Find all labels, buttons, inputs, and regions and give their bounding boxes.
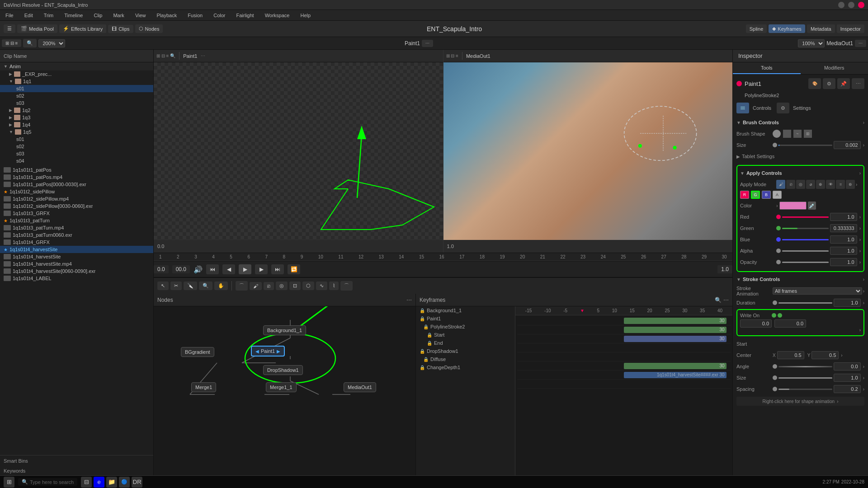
s02-item[interactable]: s02 [0,92,153,99]
clip-grfx[interactable]: 1q1s01t3_GRFX [0,210,153,217]
node-settings-btn[interactable]: ⚙ [823,78,835,89]
select-tool[interactable]: ↖ [157,282,169,290]
clip-harvestSite[interactable]: 1q1s01t4_harvestSite [0,253,153,260]
menu-fairlight[interactable]: Fairlight [234,12,257,19]
angle-dot[interactable] [773,364,777,369]
alpha-dot[interactable] [776,249,781,253]
menu-timeline[interactable]: Timeline [61,12,85,19]
settings-icon-btn[interactable]: ⚙ [777,103,789,113]
alpha-arrow[interactable]: › [859,249,861,253]
apply-mode-arrow[interactable]: › [856,182,857,187]
exr-prec-item[interactable]: ▶ _EXR_prec... [0,70,153,78]
brush-shape-square[interactable] [783,130,791,138]
modifiers-tab[interactable]: Modifiers [801,62,868,74]
write-on-input2[interactable]: 0.0 [774,319,806,328]
1q5-s01[interactable]: s01 [0,136,153,143]
step-forward-btn[interactable]: ▶ [255,264,268,274]
kf-zoom-btn[interactable]: 🔍 [715,297,722,303]
blue-slider[interactable] [782,239,829,240]
spacing-input[interactable]: 0.2 [834,385,861,393]
explorer-btn[interactable]: 📁 [106,477,117,488]
apply-controls-header[interactable]: ▼ Apply Controls › [740,169,861,178]
hand-tool[interactable]: ✋ [214,282,228,290]
clip-sidePillow-exr[interactable]: 1q1s01t2_sidePillow[0030-0060].exr [0,202,153,210]
stroke-expand[interactable]: › [863,277,864,282]
duration-input[interactable]: 1.0 [834,299,861,307]
polyline-tool[interactable]: ⌒ [340,281,353,291]
1q1-item[interactable]: ▼ 1q1 [0,78,153,85]
kf-dropshadow[interactable]: 🔒 DropShadow1 [416,347,515,355]
menu-trim[interactable]: Trim [41,12,57,19]
clip-label[interactable]: 1q1s01t4_LABEL [0,275,153,282]
stroke-anim-arrow[interactable]: › [863,289,864,294]
1q3-item[interactable]: ▶ 1q3 [0,114,153,121]
duration-dot[interactable] [773,300,777,305]
node-more-btn[interactable]: ⋯ [852,78,864,89]
nodes-btn[interactable]: ⬡ Nodes [135,24,163,33]
inspector-btn[interactable]: Inspector [837,24,864,33]
clips-btn[interactable]: 🎞 Clips [108,25,133,33]
loop-btn[interactable]: 🔁 [288,264,300,274]
chrome-btn[interactable]: 🔵 [119,477,130,488]
clip-sidePillow-mp4[interactable]: 1q1s01t2_sidePillow.mp4 [0,195,153,202]
menu-workspace[interactable]: Workspace [262,12,292,19]
stroke-size-slider[interactable] [778,377,832,379]
kf-changedepth[interactable]: 🔒 ChangeDepth1 [416,363,515,371]
brush-expand[interactable]: › [863,120,864,125]
controls-icon-btn[interactable] [736,103,749,113]
green-slider[interactable] [782,228,829,229]
angle-input[interactable]: 0.0 [834,362,861,371]
spline-btn[interactable]: Spline [746,24,767,33]
zoom-right[interactable]: 100% [798,39,825,47]
center-arrow[interactable]: › [841,353,842,358]
size-slider[interactable] [778,145,832,146]
size-arrow[interactable]: › [863,143,864,148]
mode-clone[interactable]: ⊕ [816,180,825,189]
opacity-dot[interactable] [776,260,781,264]
red-input[interactable]: 1.0 [830,213,857,221]
clip-harvestSite-mp4[interactable]: 1q1s01t4_harvestSite.mp4 [0,260,153,267]
crop-tool[interactable]: ⊡ [289,282,301,290]
curve-tool[interactable]: ⌒ [236,281,248,291]
menu-fusion[interactable]: Fusion [185,12,205,19]
stroke-anim-select[interactable]: All frames [773,287,862,295]
paint-tool[interactable]: 🖌 [250,282,262,290]
minimize-btn[interactable] [838,2,844,8]
green-channel-btn[interactable]: G [751,191,760,199]
1q5-s02[interactable]: s02 [0,143,153,150]
clip-patPos-mp4[interactable]: 1q1s01t1_patPos.mp4 [0,174,153,181]
kf-diffuse[interactable]: 🔒 Diffuse [416,355,515,363]
red-arrow[interactable]: › [859,215,861,220]
brush-controls-header[interactable]: ▼ Brush Controls › [736,118,864,127]
kf-end[interactable]: 🔒 End [416,339,515,347]
1q2-item[interactable]: ▶ 1q2 [0,107,153,114]
center-y-input[interactable]: 0.5 [811,351,839,359]
mode-blur[interactable]: ◎ [796,180,805,189]
green-arrow[interactable]: › [859,226,861,231]
mode-paint[interactable]: 🖌 [776,180,785,189]
stroke-size-arrow[interactable]: › [863,375,864,380]
search-bar[interactable]: 🔍 Type here to search [18,478,77,486]
kf-paint1[interactable]: 🔒 Paint1 [416,314,515,323]
toggle-panel-btn[interactable]: ☰ [4,24,15,33]
go-to-start-btn[interactable]: ⏮ [206,264,219,274]
write-on-dot1[interactable] [772,313,776,318]
view-icons[interactable]: ⊞ ⊟ ≡ [2,39,21,47]
node-merge1-1[interactable]: Merge1_1 [266,382,297,392]
mode-smear[interactable]: ⌀ [806,180,815,189]
kf-menu-btn[interactable]: ⋯ [723,297,729,303]
blue-channel-btn[interactable]: B [762,191,771,199]
menu-playback[interactable]: Playback [154,12,180,19]
task-view-btn[interactable]: ⊟ [81,477,92,488]
spacing-dot[interactable] [773,387,777,391]
red-dot[interactable] [776,215,781,219]
close-btn[interactable] [858,2,864,8]
polygon-tool[interactable]: ⬡ [302,282,314,290]
metadata-btn[interactable]: Metadata [807,24,835,33]
color-swatch[interactable] [779,202,807,210]
eyedropper-btn[interactable]: 💉 [808,202,816,210]
menu-mark[interactable]: Mark [110,12,127,19]
resolve-taskbar-btn[interactable]: DR [132,477,142,488]
opacity-input[interactable]: 1.0 [830,258,857,266]
step-back-btn[interactable]: ◀ [222,264,235,274]
